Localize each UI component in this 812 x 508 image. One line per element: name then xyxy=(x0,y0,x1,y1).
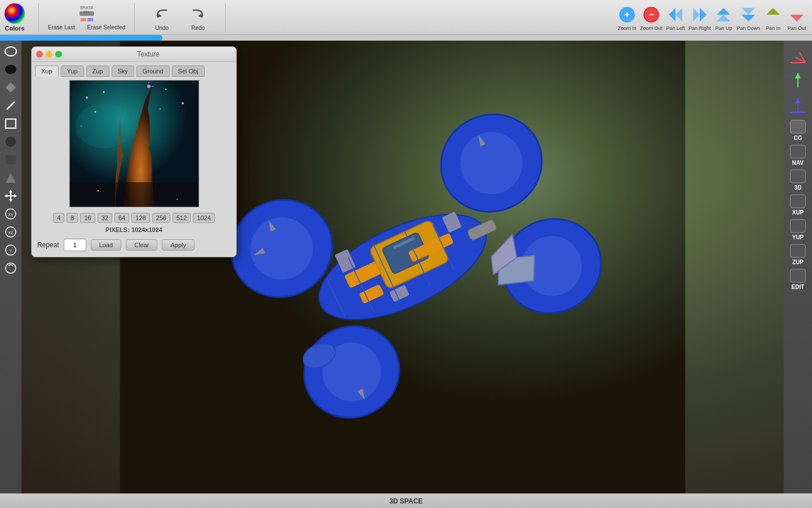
svg-rect-46 xyxy=(791,120,806,133)
zoom-out-icon: − xyxy=(641,4,662,25)
svg-marker-24 xyxy=(6,173,16,183)
svg-marker-11 xyxy=(717,8,730,15)
pan-left-icon xyxy=(665,4,686,25)
svg-point-92 xyxy=(160,108,161,110)
svg-marker-15 xyxy=(766,8,780,15)
apply-button[interactable]: Apply xyxy=(162,239,195,251)
tool-square-outline[interactable] xyxy=(2,115,19,132)
svg-rect-23 xyxy=(6,155,16,164)
xup-label: XUP xyxy=(792,209,804,216)
nav-icons-group: + Zoom In − Zoom Out Pan Left xyxy=(616,4,807,31)
repeat-input[interactable] xyxy=(64,239,86,251)
pan-out-label: Pan Out xyxy=(787,25,806,31)
tool-triangle[interactable] xyxy=(2,169,19,186)
tool-rotate-y[interactable]: Y xyxy=(2,242,19,259)
colors-label: Colors xyxy=(5,25,25,32)
tab-zup[interactable]: Zup xyxy=(86,65,109,77)
size-256-button[interactable]: 256 xyxy=(152,213,170,223)
dialog-minimize-button[interactable] xyxy=(46,51,52,58)
y-axis-tool[interactable] xyxy=(785,70,810,91)
cg-button[interactable]: CG xyxy=(785,120,810,141)
separator-3 xyxy=(225,3,226,32)
tool-rect-filled[interactable] xyxy=(2,151,19,168)
tool-black-oval[interactable] xyxy=(2,61,19,78)
repeat-label: Repeat xyxy=(37,241,59,249)
svg-point-86 xyxy=(86,97,88,99)
dialog-close-button[interactable] xyxy=(36,51,43,58)
bottom-bar-label: 3D SPACE xyxy=(389,497,422,505)
progress-bar xyxy=(0,35,812,41)
erase-last-button[interactable]: ERASE SEL. xyxy=(77,4,97,24)
pan-out-icon xyxy=(786,4,807,25)
clear-button[interactable]: Clear xyxy=(126,239,157,251)
tool-circle-filled[interactable] xyxy=(2,133,19,150)
svg-point-18 xyxy=(5,65,16,74)
tool-diamond[interactable] xyxy=(2,79,19,96)
svg-marker-45 xyxy=(795,98,801,103)
zup-button[interactable]: ZUP xyxy=(785,244,810,265)
tool-move[interactable] xyxy=(2,187,19,204)
pan-in-label: Pan In xyxy=(766,25,780,31)
tool-rotate-all[interactable] xyxy=(2,260,19,277)
colors-button[interactable]: Colors xyxy=(5,3,25,32)
pan-right-group[interactable]: Pan Right xyxy=(689,4,711,31)
pan-in-group[interactable]: Pan In xyxy=(762,4,784,31)
tool-select-oval[interactable] xyxy=(2,43,19,60)
size-512-button[interactable]: 512 xyxy=(173,213,191,223)
size-16-button[interactable]: 16 xyxy=(80,213,95,223)
xup-button[interactable]: XUP xyxy=(785,194,810,216)
svg-marker-42 xyxy=(795,73,801,78)
svg-rect-47 xyxy=(791,145,806,158)
pan-down-icon xyxy=(738,4,759,25)
tab-sel-obj[interactable]: Sel Obj xyxy=(172,65,205,77)
svg-point-89 xyxy=(182,102,184,104)
x-axis-tool[interactable] xyxy=(785,45,810,67)
tool-rotate-xz[interactable]: XZ xyxy=(2,224,19,240)
yup-button[interactable]: YUP xyxy=(785,219,810,240)
tab-sky[interactable]: Sky xyxy=(112,65,134,77)
svg-text:−: − xyxy=(648,10,654,19)
size-64-button[interactable]: 64 xyxy=(114,213,129,223)
pan-left-label: Pan Left xyxy=(666,25,685,31)
erase-group: ERASE SEL. Erase Last Erase Selected xyxy=(48,4,125,30)
svg-point-93 xyxy=(147,85,151,88)
zoom-out-group[interactable]: − Zoom Out xyxy=(640,4,663,31)
svg-text:ERASE: ERASE xyxy=(80,6,94,10)
svg-rect-97 xyxy=(70,182,199,207)
svg-point-98 xyxy=(97,190,99,192)
pan-right-label: Pan Right xyxy=(689,25,711,31)
size-8-button[interactable]: 8 xyxy=(67,213,78,223)
nav-button[interactable]: NAV xyxy=(785,144,810,166)
undo-button[interactable] xyxy=(152,3,172,24)
cg-label: CG xyxy=(794,135,802,141)
pan-up-group[interactable]: Pan Up xyxy=(713,4,734,31)
tab-ground[interactable]: Ground xyxy=(136,65,170,77)
zoom-in-group[interactable]: + Zoom In xyxy=(616,4,638,31)
texture-preview xyxy=(69,80,199,207)
pan-down-group[interactable]: Pan Down xyxy=(736,4,760,31)
svg-rect-21 xyxy=(6,119,16,128)
svg-point-88 xyxy=(165,89,166,90)
edit-button[interactable]: EDIT xyxy=(785,269,810,290)
svg-marker-27 xyxy=(9,190,12,192)
tool-rotate-xy[interactable]: XY xyxy=(2,205,19,222)
3d-button[interactable]: 3D xyxy=(785,169,810,191)
tab-xup[interactable]: Xup xyxy=(35,65,59,77)
pan-out-group[interactable]: Pan Out xyxy=(786,4,807,31)
z-axis-tool[interactable] xyxy=(785,95,810,116)
size-32-button[interactable]: 32 xyxy=(98,213,112,223)
redo-button[interactable] xyxy=(188,3,208,24)
svg-marker-30 xyxy=(14,194,17,198)
size-4-button[interactable]: 4 xyxy=(53,213,64,223)
pan-left-group[interactable]: Pan Left xyxy=(665,4,686,31)
progress-fill xyxy=(0,35,162,41)
svg-marker-12 xyxy=(717,15,730,21)
size-1024-button[interactable]: 1024 xyxy=(193,213,214,223)
size-128-button[interactable]: 128 xyxy=(131,213,149,223)
dialog-maximize-button[interactable] xyxy=(55,51,62,58)
svg-text:Y: Y xyxy=(10,249,12,253)
tool-slash[interactable] xyxy=(2,97,19,114)
tab-yup[interactable]: Yup xyxy=(61,65,84,77)
zoom-out-label: Zoom Out xyxy=(640,25,663,31)
load-button[interactable]: Load xyxy=(91,239,121,251)
